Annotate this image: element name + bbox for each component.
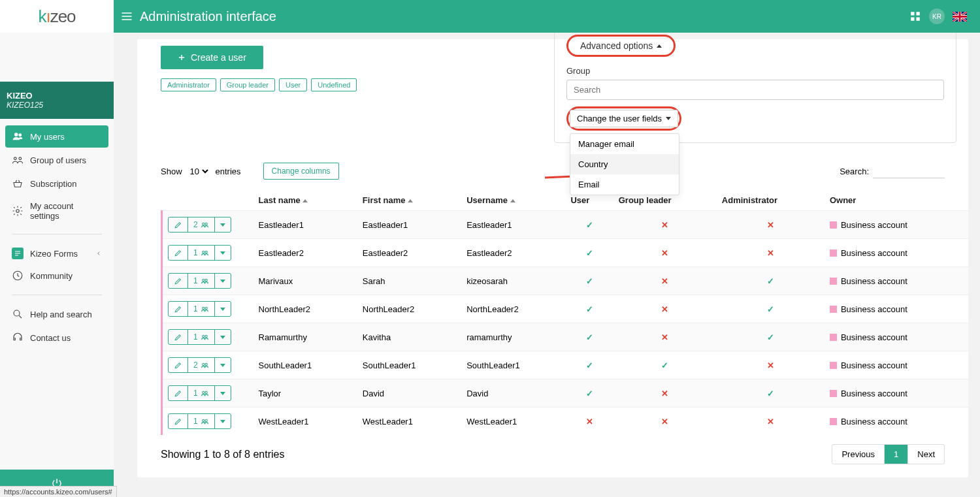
dropdown-item-country[interactable]: Country [570, 154, 679, 174]
cell-first-name: David [357, 379, 461, 408]
groups-button[interactable]: 1 [188, 302, 215, 316]
svg-point-16 [202, 251, 204, 253]
edit-button[interactable] [169, 246, 188, 260]
chevron-left-icon [95, 250, 102, 257]
cell-first-name: Eastleader1 [357, 211, 461, 239]
forms-icon [12, 248, 24, 259]
cell-username: kizeosarah [461, 267, 565, 295]
more-button[interactable] [215, 246, 231, 260]
edit-button[interactable] [169, 217, 188, 232]
cell-last-name: Marivaux [253, 267, 357, 295]
topbar: kızeo Administration interface KR [0, 0, 980, 33]
sidebar-item-kommunity[interactable]: Kommunity [5, 265, 108, 287]
dropdown-item-manager-email[interactable]: Manager email [570, 134, 679, 154]
table-row: 1 NorthLeader2 NorthLeader2 NorthLeader2… [162, 295, 969, 323]
check-icon: ✓ [565, 211, 613, 239]
row-actions: 1 [168, 301, 231, 317]
edit-button[interactable] [169, 274, 188, 288]
group-search-input[interactable] [566, 80, 944, 100]
cell-first-name: Eastleader2 [357, 239, 461, 267]
caret-down-icon [666, 117, 671, 120]
main-content: Create a user Advanced options Group Cha… [114, 33, 980, 497]
table-row: 2 SouthLeader1 SouthLeader1 SouthLeader1… [162, 351, 969, 379]
sidebar-item-group-of-users[interactable]: Group of users [5, 149, 108, 171]
owner-color-icon [830, 334, 837, 341]
more-button[interactable] [215, 217, 231, 232]
sidebar-item-contact[interactable]: Contact us [5, 327, 108, 349]
tag-group-leader[interactable]: Group leader [220, 78, 275, 91]
more-button[interactable] [215, 358, 231, 372]
change-columns-button[interactable]: Change columns [263, 163, 339, 180]
groups-button[interactable]: 1 [188, 330, 215, 344]
page-current[interactable]: 1 [885, 445, 908, 464]
svg-point-5 [15, 133, 18, 136]
cell-owner: Business account [830, 276, 963, 286]
tag-user[interactable]: User [279, 78, 307, 91]
col-owner[interactable]: Owner [825, 190, 968, 211]
advanced-options-panel: Advanced options Group Change the user f… [554, 33, 956, 143]
sidebar-item-kizeo-forms[interactable]: Kizeo Forms [5, 242, 108, 265]
more-button[interactable] [215, 330, 231, 344]
groups-button[interactable]: 1 [188, 274, 215, 288]
more-button[interactable] [215, 386, 231, 400]
sidebar-item-help[interactable]: Help and search [5, 303, 108, 325]
language-flag-icon[interactable] [953, 12, 967, 22]
owner-color-icon [830, 418, 837, 425]
pagination: Previous 1 Next [832, 444, 945, 464]
groups-button[interactable]: 1 [188, 386, 215, 400]
hamburger-icon[interactable] [114, 10, 140, 23]
more-button[interactable] [215, 414, 231, 428]
owner-color-icon [830, 362, 837, 369]
sidebar-item-subscription[interactable]: Subscription [5, 172, 108, 195]
edit-button[interactable] [169, 302, 188, 316]
edit-button[interactable] [169, 414, 188, 428]
col-username[interactable]: Username [461, 190, 565, 211]
groups-button[interactable]: 1 [188, 414, 215, 428]
dropdown-item-email[interactable]: Email [570, 174, 679, 195]
cell-username: David [461, 379, 565, 408]
group-icon [12, 154, 24, 166]
edit-button[interactable] [169, 358, 188, 372]
change-user-fields-button[interactable]: Change the user fields [570, 110, 678, 127]
groups-button[interactable]: 2 [188, 217, 215, 232]
create-user-button[interactable]: Create a user [161, 46, 263, 69]
sidebar-item-my-users[interactable]: My users [5, 125, 108, 148]
check-icon: ✓ [565, 239, 613, 267]
more-button[interactable] [215, 302, 231, 316]
groups-button[interactable]: 1 [188, 246, 215, 260]
sidebar-item-account-settings[interactable]: My account settings [5, 196, 108, 226]
sidebar-item-label: Kommunity [30, 271, 73, 281]
cell-first-name: Kavitha [357, 323, 461, 351]
tag-administrator[interactable]: Administrator [161, 78, 216, 91]
owner-color-icon [830, 221, 837, 229]
cross-icon: ✕ [717, 239, 825, 267]
avatar[interactable]: KR [929, 8, 945, 24]
advanced-options-toggle[interactable]: Advanced options [566, 35, 676, 57]
cross-icon: ✕ [613, 323, 717, 351]
cell-first-name: NorthLeader2 [357, 295, 461, 323]
col-last-name[interactable]: Last name [253, 190, 357, 211]
logo[interactable]: kızeo [0, 0, 114, 33]
search-label: Search: [840, 167, 869, 176]
edit-button[interactable] [169, 330, 188, 344]
apps-icon[interactable] [909, 10, 921, 22]
sidebar-item-label: Contact us [30, 333, 71, 343]
table-search-input[interactable] [873, 164, 945, 178]
users-icon [12, 131, 24, 142]
owner-color-icon [830, 278, 837, 285]
page-prev[interactable]: Previous [832, 445, 885, 464]
page-next[interactable]: Next [908, 445, 944, 464]
cross-icon: ✕ [565, 408, 613, 436]
edit-button[interactable] [169, 386, 188, 400]
cell-first-name: SouthLeader1 [357, 351, 461, 379]
col-administrator[interactable]: Administrator [717, 190, 825, 211]
row-actions: 1 [168, 273, 231, 289]
more-button[interactable] [215, 274, 231, 288]
gear-icon [12, 205, 24, 217]
cell-owner: Business account [830, 220, 963, 230]
groups-button[interactable]: 2 [188, 358, 215, 372]
col-first-name[interactable]: First name [357, 190, 461, 211]
tag-undefined[interactable]: Undefined [311, 78, 357, 91]
table-row: 2 Eastleader1 Eastleader1 Eastleader1 ✓✕… [162, 211, 969, 239]
entries-select[interactable]: 10 [188, 166, 210, 177]
